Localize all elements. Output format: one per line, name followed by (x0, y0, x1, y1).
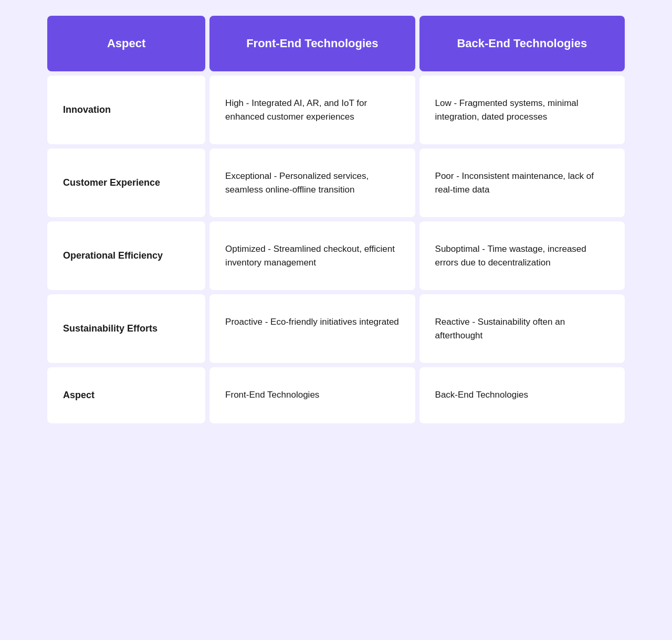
comparison-table: Aspect Front-End Technologies Back-End T… (47, 16, 625, 423)
row-3-backend: Suboptimal - Time wastage, increased err… (419, 221, 625, 290)
row-2-frontend: Exceptional - Personalized services, sea… (209, 148, 415, 217)
row-2-backend: Poor - Inconsistent maintenance, lack of… (419, 148, 625, 217)
row-2-aspect: Customer Experience (47, 148, 205, 217)
row-5-aspect: Aspect (47, 367, 205, 423)
header-aspect: Aspect (47, 16, 205, 71)
row-1-aspect: Innovation (47, 76, 205, 144)
row-4-frontend: Proactive - Eco-friendly initiatives int… (209, 294, 415, 363)
table-grid: Aspect Front-End Technologies Back-End T… (47, 16, 625, 423)
row-1-backend: Low - Fragmented systems, minimal integr… (419, 76, 625, 144)
row-5-backend: Back-End Technologies (419, 367, 625, 423)
header-frontend: Front-End Technologies (209, 16, 415, 71)
row-4-aspect: Sustainability Efforts (47, 294, 205, 363)
row-3-frontend: Optimized - Streamlined checkout, effici… (209, 221, 415, 290)
row-1-frontend: High - Integrated AI, AR, and IoT for en… (209, 76, 415, 144)
row-3-aspect: Operational Efficiency (47, 221, 205, 290)
row-4-backend: Reactive - Sustainability often an after… (419, 294, 625, 363)
row-5-frontend: Front-End Technologies (209, 367, 415, 423)
header-backend: Back-End Technologies (419, 16, 625, 71)
